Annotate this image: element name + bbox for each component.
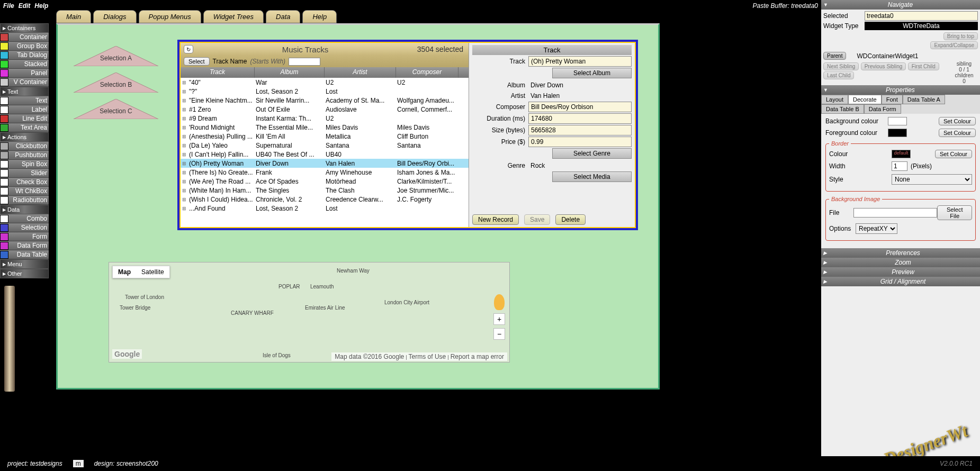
parent-button[interactable]: Parent	[823, 52, 846, 60]
expand-collapse-button[interactable]: Expand/Collapse	[930, 41, 978, 49]
last-child-button[interactable]: Last Child	[823, 71, 854, 79]
navigate-header[interactable]: Navigate	[821, 0, 980, 10]
tab-widget-trees[interactable]: Widget Trees	[203, 10, 264, 23]
set-border-colour-button[interactable]: Set Colour	[935, 150, 972, 158]
border-width-input[interactable]	[892, 161, 907, 171]
table-row[interactable]: ⊞(Da Le) YaleoSupernaturalSantanaSantana	[181, 141, 469, 150]
search-input[interactable]	[289, 58, 320, 66]
next-sibling-button[interactable]: Next Sibling	[823, 62, 859, 70]
tab-dialogs[interactable]: Dialogs	[93, 10, 136, 23]
palette-section[interactable]: Containers	[0, 23, 49, 33]
menu-file[interactable]: File	[3, 2, 14, 10]
table-row[interactable]: ⊞(There Is) No Greate...FrankAmy Winehou…	[181, 168, 469, 177]
tab-font[interactable]: Font	[882, 95, 903, 104]
select-genre-button[interactable]: Select Genre	[552, 148, 632, 159]
table-row[interactable]: ⊞#1 ZeroOut Of ExileAudioslaveCornell, C…	[181, 105, 469, 114]
palette-item[interactable]: Spin Box	[0, 160, 49, 169]
tab-decorate[interactable]: Decorate	[848, 95, 882, 104]
column-track[interactable]: Track	[181, 67, 255, 78]
new-record-button[interactable]: New Record	[472, 214, 519, 225]
track-input[interactable]	[528, 56, 632, 67]
palette-section[interactable]: Text	[0, 87, 49, 96]
palette-item[interactable]: Clickbutton	[0, 142, 49, 151]
palette-item[interactable]: Group Box	[0, 42, 49, 51]
palette-section[interactable]: Other	[0, 269, 49, 278]
palette-item[interactable]: Selection	[0, 223, 49, 232]
music-tracks-widget[interactable]: ↻ Music Tracks 3504 selected Select Trac…	[177, 40, 638, 230]
palette-item[interactable]: Panel	[0, 69, 49, 78]
map-type-map[interactable]: Map	[113, 266, 136, 278]
map-type-toggle[interactable]: Map Satellite	[112, 266, 170, 278]
track-rows-container[interactable]: ⊞"40"WarU2U2⊞"?"Lost, Season 2Lost⊞"Eine…	[181, 78, 469, 227]
palette-item[interactable]: Container	[0, 33, 49, 42]
table-row[interactable]: ⊞(I Can't Help) Fallin...UB40 The Best O…	[181, 150, 469, 159]
column-composer[interactable]: Composer	[396, 67, 458, 78]
palette-item[interactable]: V Container	[0, 78, 49, 87]
select-file-button[interactable]: Select File	[937, 205, 972, 220]
save-button[interactable]: Save	[524, 214, 550, 225]
price-input[interactable]	[528, 137, 632, 147]
palette-item[interactable]: Label	[0, 105, 49, 114]
properties-header[interactable]: Properties	[821, 85, 980, 95]
table-row[interactable]: ⊞(We Are) The Road ...Ace Of SpadesMotör…	[181, 177, 469, 186]
column-artist[interactable]: Artist	[325, 67, 396, 78]
table-row[interactable]: ⊞'Round MidnightThe Essential Mile...Mil…	[181, 123, 469, 132]
prev-sibling-button[interactable]: Previous Sibling	[861, 62, 906, 70]
map-widget[interactable]: Map Satellite Tower of London Tower Brid…	[109, 262, 510, 363]
table-row[interactable]: ⊞"Eine Kleine Nachtm...Sir Neville Marri…	[181, 96, 469, 105]
preview-header[interactable]: Preview	[821, 267, 980, 277]
table-row[interactable]: ⊞"?"Lost, Season 2Lost	[181, 87, 469, 96]
tab-help[interactable]: Help	[302, 10, 337, 23]
size-input[interactable]	[528, 125, 632, 135]
palette-item[interactable]: Text	[0, 96, 49, 105]
grid-alignment-header[interactable]: Grid / Alignment	[821, 277, 980, 286]
palette-item[interactable]: Combo	[0, 214, 49, 223]
palette-item[interactable]: Slider	[0, 169, 49, 178]
column-album[interactable]: Album	[255, 67, 325, 78]
palette-item[interactable]: Pushbutton	[0, 151, 49, 160]
file-input[interactable]	[853, 208, 937, 218]
palette-item[interactable]: Wt ChkBox	[0, 187, 49, 196]
palette-section[interactable]: Menu	[0, 259, 49, 269]
select-album-button[interactable]: Select Album	[552, 68, 632, 78]
set-fg-colour-button[interactable]: Set Colour	[939, 129, 976, 137]
tab-popup-menus[interactable]: Popup Menus	[139, 10, 201, 23]
map-type-satellite[interactable]: Satellite	[136, 266, 169, 278]
table-row[interactable]: ⊞(Wish I Could) Hidea...Chronicle, Vol. …	[181, 195, 469, 204]
duration-input[interactable]	[528, 113, 632, 124]
preferences-header[interactable]: Preferences	[821, 248, 980, 258]
palette-item[interactable]: Form	[0, 232, 49, 241]
menu-edit[interactable]: Edit	[19, 2, 31, 10]
palette-item[interactable]: Radiobutton	[0, 196, 49, 205]
table-row[interactable]: ⊞(Anesthesia) Pulling ...Kill 'Em AllMet…	[181, 132, 469, 141]
tab-main[interactable]: Main	[56, 10, 91, 23]
palette-item[interactable]: Text Area	[0, 123, 49, 132]
palette-item[interactable]: Line Edit	[0, 114, 49, 123]
zoom-header[interactable]: Zoom	[821, 258, 980, 267]
palette-item[interactable]: Tab Dialog	[0, 51, 49, 60]
select-media-button[interactable]: Select Media	[552, 171, 632, 182]
selection-a-widget[interactable]: Selection A	[74, 46, 158, 66]
pegman-icon[interactable]	[494, 294, 505, 310]
table-row[interactable]: ⊞...And FoundLost, Season 2Lost	[181, 204, 469, 213]
tab-data-form[interactable]: Data Form	[864, 104, 901, 114]
table-row[interactable]: ⊞#9 DreamInstant Karma: Th...U2	[181, 114, 469, 123]
composer-input[interactable]	[528, 102, 632, 112]
bring-to-top-button[interactable]: Bring to top	[943, 32, 978, 40]
options-select[interactable]: RepeatXY	[856, 223, 897, 234]
zoom-out-button[interactable]: −	[493, 328, 505, 340]
tab-data-table-a[interactable]: Data Table A	[903, 95, 945, 104]
design-canvas[interactable]: Selection A Selection B Selection C ↻ Mu…	[56, 23, 660, 390]
palette-item[interactable]: Data Form	[0, 241, 49, 250]
palette-item[interactable]: Stacked	[0, 60, 49, 69]
tab-layout[interactable]: Layout	[821, 95, 848, 104]
table-row[interactable]: ⊞(Oh) Pretty WomanDiver DownVan HalenBil…	[181, 159, 469, 168]
selection-b-widget[interactable]: Selection B	[74, 73, 158, 93]
palette-item[interactable]: Check Box	[0, 178, 49, 187]
palette-item[interactable]: Data Table	[0, 250, 49, 259]
zoom-in-button[interactable]: +	[493, 313, 505, 325]
table-row[interactable]: ⊞"40"WarU2U2	[181, 78, 469, 87]
table-row[interactable]: ⊞(White Man) In Ham...The SinglesThe Cla…	[181, 186, 469, 195]
selection-c-widget[interactable]: Selection C	[74, 99, 158, 119]
border-style-select[interactable]: None	[892, 174, 972, 185]
